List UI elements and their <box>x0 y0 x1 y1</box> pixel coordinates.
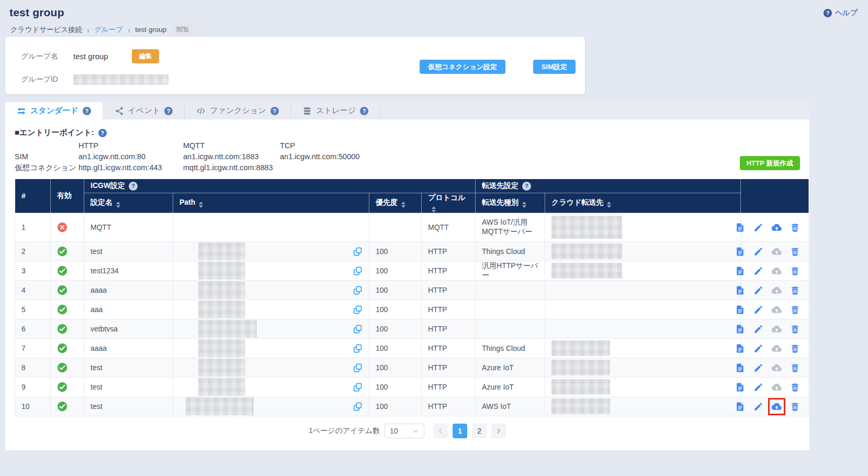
delete-trash-icon[interactable] <box>790 223 800 233</box>
breadcrumb-item-group[interactable]: グループ <box>94 25 123 35</box>
tab-standard[interactable]: スタンダード <box>5 102 103 119</box>
row-number: 7 <box>15 339 51 358</box>
protocol-cell: HTTP <box>422 358 476 378</box>
detail-document-icon[interactable] <box>735 266 745 276</box>
sort-icon[interactable] <box>116 202 120 208</box>
delete-trash-icon[interactable] <box>790 285 800 295</box>
http-create-button[interactable]: HTTP 新規作成 <box>740 156 800 170</box>
tab-event-help-icon[interactable] <box>164 107 173 115</box>
sort-icon[interactable] <box>401 202 405 208</box>
copy-icon[interactable] <box>353 324 363 334</box>
copy-icon[interactable] <box>353 266 363 276</box>
copy-icon[interactable] <box>353 344 363 353</box>
column-header-path[interactable]: Path <box>173 193 369 213</box>
edit-pencil-icon[interactable] <box>753 363 763 373</box>
detail-document-icon[interactable] <box>735 344 745 353</box>
column-header-actions <box>741 179 809 213</box>
help-link[interactable]: ヘルプ <box>824 8 858 18</box>
detail-document-icon[interactable] <box>735 382 745 392</box>
edit-pencil-icon[interactable] <box>753 324 763 334</box>
delete-trash-icon[interactable] <box>790 305 800 315</box>
sort-icon[interactable] <box>522 202 526 208</box>
delete-trash-icon[interactable] <box>790 382 800 392</box>
tab-function-help-icon[interactable] <box>270 107 279 115</box>
page-size-select[interactable]: 10 <box>385 424 424 438</box>
tab-storage-help-icon[interactable] <box>360 107 368 115</box>
sort-icon[interactable] <box>607 202 611 208</box>
copy-icon[interactable] <box>353 402 363 412</box>
column-header-priority[interactable]: 優先度 <box>369 193 422 213</box>
copy-icon[interactable] <box>353 285 363 295</box>
tab-function[interactable]: ファンクション <box>185 102 290 119</box>
cloud-upload-icon-highlighted[interactable] <box>772 402 782 412</box>
row-number: 1 <box>15 213 51 242</box>
column-header-dest-type[interactable]: 転送先種別 <box>476 193 545 213</box>
edit-button[interactable]: 編集 <box>132 49 159 63</box>
group-name-label: グループ名 <box>21 52 73 61</box>
enabled-status-icon <box>57 401 67 412</box>
edit-pencil-icon[interactable] <box>753 305 763 315</box>
sim-settings-button[interactable]: SIM設定 <box>533 60 576 74</box>
sort-icon[interactable] <box>199 202 203 208</box>
detail-document-icon[interactable] <box>735 305 745 315</box>
next-page-button[interactable] <box>491 424 506 438</box>
edit-pencil-icon[interactable] <box>753 402 763 412</box>
icgw-help-icon[interactable] <box>129 182 138 191</box>
page-button-2[interactable]: 2 <box>472 424 487 438</box>
cloud-upload-icon[interactable] <box>772 223 782 233</box>
tab-standard-help-icon[interactable] <box>83 107 91 115</box>
cloud-upload-icon <box>772 266 782 276</box>
help-label: ヘルプ <box>835 8 858 18</box>
entry-points-table: HTTP MQTT TCP SIM an1.icgw.ntt.com:80 an… <box>15 140 800 173</box>
config-name: test <box>84 358 173 378</box>
copy-icon[interactable] <box>353 305 363 315</box>
dest-type-cell <box>476 300 545 319</box>
delete-trash-icon[interactable] <box>790 402 800 412</box>
copy-icon[interactable] <box>353 363 363 373</box>
copy-icon[interactable] <box>353 247 363 257</box>
detail-document-icon[interactable] <box>735 223 745 233</box>
column-header-cloud-dest[interactable]: クラウド転送先 <box>545 193 741 213</box>
tab-function-label: ファンクション <box>210 106 266 116</box>
edit-pencil-icon[interactable] <box>753 266 763 276</box>
masked-path <box>198 262 245 280</box>
config-name: aaaa <box>84 339 173 358</box>
forward-help-icon[interactable] <box>522 182 531 191</box>
delete-trash-icon[interactable] <box>790 266 800 276</box>
delete-trash-icon[interactable] <box>790 324 800 334</box>
edit-pencil-icon[interactable] <box>753 223 763 233</box>
prev-page-button[interactable] <box>433 424 448 438</box>
entry-points-heading: ■エントリーポイント: <box>15 128 800 138</box>
swap-arrows-icon <box>17 106 26 116</box>
detail-document-icon[interactable] <box>735 324 745 334</box>
detail-document-icon[interactable] <box>735 247 745 257</box>
edit-pencil-icon[interactable] <box>753 344 763 353</box>
edit-pencil-icon[interactable] <box>753 382 763 392</box>
detail-document-icon[interactable] <box>735 285 745 295</box>
column-header-num[interactable]: # <box>15 179 51 213</box>
tab-storage[interactable]: ストレージ <box>291 102 380 119</box>
column-header-protocol[interactable]: プロトコル <box>422 193 476 213</box>
entry-points-help-icon[interactable] <box>98 129 107 137</box>
detail-document-icon[interactable] <box>735 402 745 412</box>
delete-trash-icon[interactable] <box>790 247 800 257</box>
cloud-dest-cell <box>545 319 741 339</box>
cloud-dest-cell <box>545 242 741 261</box>
edit-pencil-icon[interactable] <box>753 285 763 295</box>
row-actions <box>747 305 802 315</box>
disabled-status-icon <box>57 222 67 233</box>
delete-trash-icon[interactable] <box>790 344 800 353</box>
column-header-name[interactable]: 設定名 <box>84 193 173 213</box>
edit-pencil-icon[interactable] <box>753 247 763 257</box>
delete-trash-icon[interactable] <box>790 363 800 373</box>
column-header-enabled[interactable]: 有効 <box>51 179 84 213</box>
config-name: vetbtvsa <box>84 319 173 339</box>
sort-icon[interactable] <box>432 206 436 213</box>
virtual-connection-settings-button[interactable]: 仮想コネクション設定 <box>420 60 505 74</box>
protocol-cell: HTTP <box>422 281 476 300</box>
copy-icon[interactable] <box>353 382 363 392</box>
page-button-1[interactable]: 1 <box>453 424 467 438</box>
cloud-upload-icon <box>772 324 782 334</box>
detail-document-icon[interactable] <box>735 363 745 373</box>
tab-event[interactable]: イベント <box>103 102 185 119</box>
